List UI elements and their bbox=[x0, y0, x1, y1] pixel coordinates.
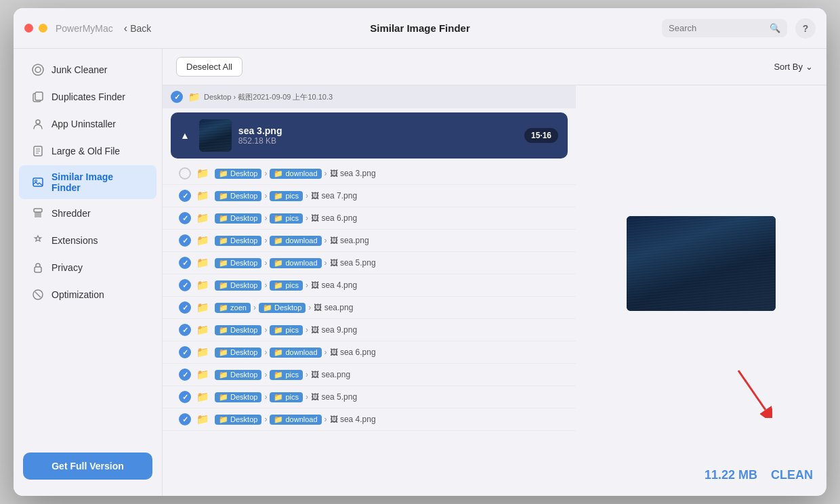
sidebar-item-shredder[interactable]: Shredder bbox=[19, 201, 156, 226]
file-checkbox-3[interactable] bbox=[179, 212, 191, 224]
sidebar-item-junk-cleaner[interactable]: Junk Cleaner bbox=[19, 57, 156, 83]
table-row: 📁 📁 Desktop › 📁 pics › 🖼 sea.png bbox=[163, 364, 576, 386]
file-checkbox-9[interactable] bbox=[179, 346, 191, 358]
file-checkbox-8[interactable] bbox=[179, 324, 191, 336]
folder-icon: 📁 bbox=[196, 234, 209, 247]
file-checkbox-1[interactable] bbox=[179, 167, 191, 180]
sidebar-item-similar-image-finder[interactable]: Similar Image Finder bbox=[19, 165, 156, 199]
optimization-icon bbox=[31, 288, 45, 301]
back-button[interactable]: ‹ Back bbox=[124, 22, 151, 35]
shredder-label: Shredder bbox=[51, 208, 91, 219]
file-checkbox-7[interactable] bbox=[179, 301, 191, 314]
svg-rect-12 bbox=[35, 267, 41, 272]
file-checkbox-11[interactable] bbox=[179, 391, 191, 403]
folder-tag: 📁 Desktop bbox=[215, 415, 261, 425]
file-tag: 🖼 sea 7.png bbox=[311, 191, 357, 201]
subfolder-tag: 📁 download bbox=[270, 348, 321, 358]
folder-icon: 📁 bbox=[196, 212, 209, 224]
file-path-3: 📁 Desktop › 📁 pics › 🖼 sea 6.png bbox=[215, 213, 357, 224]
file-checkbox-4[interactable] bbox=[179, 234, 191, 247]
svg-point-0 bbox=[33, 64, 43, 75]
sidebar-item-extensions[interactable]: Extensions bbox=[19, 228, 156, 253]
file-tag: 🖼 sea.png bbox=[330, 236, 369, 245]
folder-tag: 📁 zoen bbox=[215, 303, 251, 313]
collapsed-group-header[interactable]: 📁 Desktop › 截图2021-09-09 上午10.10.3 bbox=[163, 85, 576, 108]
search-input[interactable] bbox=[669, 23, 765, 33]
app-window: PowerMyMac ‹ Back Similar Image Finder 🔍… bbox=[14, 8, 826, 496]
file-tag: 🖼 sea 9.png bbox=[311, 325, 357, 335]
table-row: 📁 📁 Desktop › 📁 download › 🖼 sea 5.png bbox=[163, 252, 576, 274]
file-path-9: 📁 Desktop › 📁 download › 🖼 sea 6.png bbox=[215, 348, 376, 358]
table-row: 📁 📁 Desktop › 📁 pics › 🖼 sea 9.png bbox=[163, 319, 576, 341]
sidebar-item-duplicates-finder[interactable]: Duplicates Finder bbox=[19, 84, 156, 110]
close-button[interactable] bbox=[24, 24, 33, 33]
shredder-icon bbox=[31, 207, 45, 220]
file-list[interactable]: 📁 Desktop › 截图2021-09-09 上午10.10.3 ▲ sea… bbox=[163, 85, 576, 496]
folder-tag: 📁 Desktop bbox=[215, 191, 261, 201]
file-path-12: 📁 Desktop › 📁 download › 🖼 sea 4.png bbox=[215, 415, 376, 425]
sidebar-item-app-uninstaller[interactable]: App Uninstaller bbox=[19, 111, 156, 137]
preview-image bbox=[627, 216, 776, 311]
minimize-button[interactable] bbox=[39, 24, 47, 33]
file-checkbox-10[interactable] bbox=[179, 369, 191, 381]
junk-cleaner-label: Junk Cleaner bbox=[51, 64, 108, 75]
table-row: 📁 📁 Desktop › 📁 pics › 🖼 sea 6.png bbox=[163, 207, 576, 230]
file-path-5: 📁 Desktop › 📁 download › 🖼 sea 5.png bbox=[215, 258, 376, 268]
folder-tag: 📁 Desktop bbox=[215, 348, 261, 358]
file-path-2: 📁 Desktop › 📁 pics › 🖼 sea 7.png bbox=[215, 191, 357, 201]
file-tag: 🖼 sea.png bbox=[314, 303, 353, 312]
folder-icon: 📁 bbox=[196, 413, 209, 425]
file-checkbox-6[interactable] bbox=[179, 279, 191, 291]
extensions-label: Extensions bbox=[51, 235, 98, 246]
sea-group-header[interactable]: ▲ sea 3.png 852.18 KB 15·16 bbox=[171, 112, 568, 159]
page-title: Similar Image Finder bbox=[370, 22, 470, 34]
folder-tag: 📁 Desktop bbox=[215, 169, 261, 179]
size-clean-bar: 11.22 MB CLEAN bbox=[705, 468, 813, 482]
clean-button[interactable]: CLEAN bbox=[771, 468, 813, 482]
sort-by-chevron-icon: ⌄ bbox=[805, 62, 813, 72]
sort-by-button[interactable]: Sort By ⌄ bbox=[774, 62, 813, 72]
help-button[interactable]: ? bbox=[795, 18, 816, 39]
sidebar-item-privacy[interactable]: Privacy bbox=[19, 255, 156, 280]
table-row: 📁 📁 zoen › 📁 Desktop › 🖼 sea.png bbox=[163, 297, 576, 319]
duplicates-finder-icon bbox=[31, 90, 45, 104]
svg-rect-9 bbox=[33, 178, 43, 186]
deselect-all-button[interactable]: Deselect All bbox=[176, 57, 243, 77]
folder-tag: 📁 Desktop bbox=[215, 280, 261, 291]
sort-by-label: Sort By bbox=[774, 62, 803, 72]
file-path-1: 📁 Desktop › 📁 download › 🖼 sea 3.png bbox=[215, 169, 376, 179]
arrow-indicator bbox=[732, 364, 772, 418]
subfolder-tag: 📁 pics bbox=[270, 191, 303, 201]
sidebar-item-large-old-file[interactable]: Large & Old File bbox=[19, 138, 156, 164]
get-full-version-button[interactable]: Get Full Version bbox=[23, 453, 152, 480]
subfolder-tag: 📁 download bbox=[270, 169, 321, 179]
sea-group-name: sea 3.png bbox=[238, 125, 518, 136]
collapse-icon[interactable]: ▲ bbox=[180, 130, 190, 141]
content-area: Deselect All Sort By ⌄ 📁 Desktop › 截图202… bbox=[163, 49, 826, 496]
large-old-file-label: Large & Old File bbox=[51, 146, 120, 156]
table-row: 📁 📁 Desktop › 📁 download › 🖼 sea 3.png bbox=[163, 163, 576, 185]
file-checkbox-5[interactable] bbox=[179, 257, 191, 269]
privacy-label: Privacy bbox=[51, 262, 83, 273]
subfolder-tag: 📁 download bbox=[270, 258, 321, 268]
table-row: 📁 📁 Desktop › 📁 download › 🖼 sea 4.png bbox=[163, 408, 576, 431]
folder-icon: 📁 bbox=[196, 324, 209, 336]
folder-icon: 📁 bbox=[196, 346, 209, 358]
table-row: 📁 📁 Desktop › 📁 download › 🖼 sea 6.png bbox=[163, 341, 576, 364]
subfolder-tag: 📁 pics bbox=[270, 213, 303, 224]
file-checkbox-12[interactable] bbox=[179, 413, 191, 425]
subfolder-tag: 📁 pics bbox=[270, 325, 303, 335]
sidebar-item-optimization[interactable]: Optimization bbox=[19, 282, 156, 308]
svg-line-16 bbox=[738, 371, 765, 410]
file-tag: 🖼 sea 5.png bbox=[330, 258, 376, 268]
extensions-icon bbox=[31, 234, 45, 247]
collapsed-group-checkbox[interactable] bbox=[171, 91, 183, 103]
file-checkbox-2[interactable] bbox=[179, 190, 191, 202]
table-row: 📁 📁 Desktop › 📁 pics › 🖼 sea 7.png bbox=[163, 185, 576, 207]
file-path-4: 📁 Desktop › 📁 download › 🖼 sea.png bbox=[215, 236, 369, 246]
sea-group-size: 852.18 KB bbox=[238, 136, 518, 146]
file-tag: 🖼 sea 4.png bbox=[330, 415, 376, 424]
folder-icon: 📁 bbox=[196, 369, 209, 381]
chevron-left-icon: ‹ bbox=[124, 22, 127, 35]
file-path-11: 📁 Desktop › 📁 pics › 🖼 sea 5.png bbox=[215, 392, 357, 402]
